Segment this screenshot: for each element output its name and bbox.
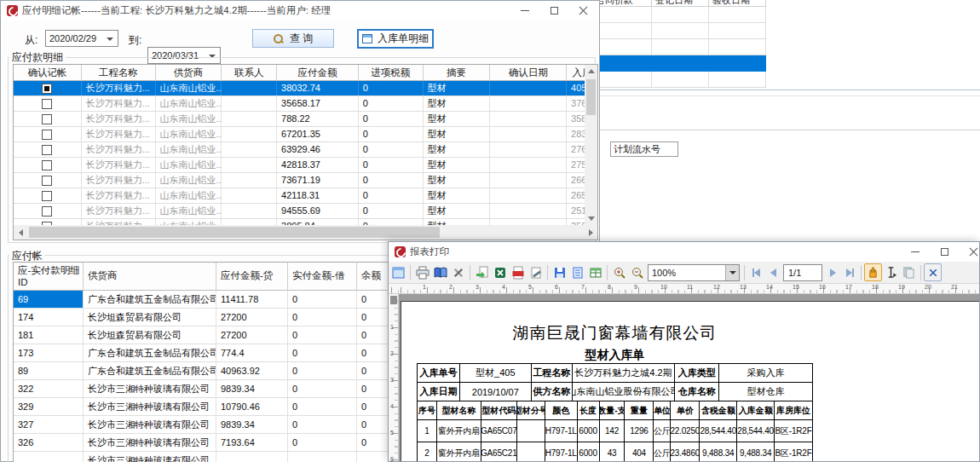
confirm-checkbox[interactable] <box>42 114 52 124</box>
close-button[interactable] <box>568 1 597 20</box>
table-row[interactable]: 长沙万科魅力... 山东南山铝业... 35658.17 0 型材 376 <box>14 96 597 112</box>
zoom-in-icon[interactable] <box>610 263 628 281</box>
query-button[interactable]: 查 询 <box>252 29 334 48</box>
scroll-up-button[interactable] <box>585 65 597 78</box>
confirm-checkbox[interactable] <box>42 99 52 109</box>
ruler-number: 2 <box>390 350 394 356</box>
export-icon[interactable] <box>473 263 491 281</box>
cell: 23.4860 <box>671 442 700 461</box>
tax-cell: 0 <box>359 158 424 172</box>
screen: 合同价款 登记日期 验收日期 计划流水号 应付明细记帐------当前工程: 长… <box>0 0 980 462</box>
tax-cell: 0 <box>359 96 424 111</box>
confirm-checkbox[interactable] <box>42 206 52 217</box>
vertical-scroll-thumb[interactable] <box>586 79 596 115</box>
cell: 1 <box>418 420 437 442</box>
table-row[interactable] <box>592 7 766 23</box>
table-row[interactable]: 长沙万科魅力... 山东南山铝业... 3895.84 0 型材 250 <box>14 219 597 225</box>
column-header[interactable]: 工程名称 <box>82 65 156 80</box>
column-header[interactable]: 应付金额-贷 <box>216 263 288 290</box>
preview-panel-icon[interactable] <box>389 263 407 281</box>
column-header[interactable]: 供货商 <box>84 263 216 290</box>
table-row[interactable] <box>592 23 766 39</box>
table-row[interactable] <box>592 72 766 88</box>
document-icon[interactable] <box>568 263 586 281</box>
pdf-export-icon[interactable] <box>509 263 527 281</box>
zoom-select[interactable]: 100% <box>648 264 740 281</box>
column-header[interactable]: 确认日期 <box>490 65 567 80</box>
close-icon <box>969 247 978 257</box>
cell: B区-1R2F <box>775 420 813 442</box>
copy-icon[interactable] <box>900 263 918 281</box>
app-icon <box>7 5 18 16</box>
next-page-button[interactable] <box>824 264 841 281</box>
column-header[interactable]: 联系人 <box>222 65 277 80</box>
column-header[interactable]: 确认记帐 <box>14 65 82 80</box>
text-select-tool-button[interactable] <box>882 263 900 281</box>
book-icon[interactable] <box>431 263 449 281</box>
payable-amount-cell: 11411.78 <box>216 291 288 308</box>
table-row-selected[interactable] <box>592 55 766 72</box>
scroll-down-button[interactable] <box>585 212 597 225</box>
ruler-number: 4 <box>502 284 505 290</box>
table-row[interactable] <box>592 39 766 55</box>
page-value: 1/1 <box>788 268 801 278</box>
payable-amount-cell: 7193.64 <box>216 434 288 451</box>
confirm-checkbox[interactable] <box>42 191 52 201</box>
first-page-button[interactable] <box>747 264 764 281</box>
table-row[interactable]: 长沙万科魅力... 山东南山铝业... 38032.74 0 型材 405 <box>14 81 597 96</box>
column-header[interactable]: 应-实付款明细ID <box>14 263 84 290</box>
minimize-button[interactable] <box>510 1 539 20</box>
cell: 22.0250 <box>671 420 700 442</box>
excel-export-icon[interactable] <box>491 263 509 281</box>
table-export-icon[interactable] <box>586 263 604 281</box>
confirm-checkbox[interactable] <box>42 176 52 186</box>
close-button[interactable] <box>959 242 980 262</box>
last-page-button[interactable] <box>841 264 858 281</box>
zoom-out-icon[interactable] <box>628 263 646 281</box>
confirm-checkbox[interactable] <box>42 160 52 170</box>
column-header[interactable]: 应付金额 <box>277 65 359 80</box>
paid-amount-cell: 0 <box>288 416 357 433</box>
confirm-checkbox[interactable] <box>42 130 52 140</box>
table-row[interactable]: 长沙万科魅力... 山东南山铝业... 94555.69 0 型材 251 <box>14 204 597 219</box>
confirm-cell <box>14 188 82 203</box>
inbound-detail-button[interactable]: 入库单明细 <box>357 29 434 49</box>
preview-area[interactable]: 湖南巨晟门窗幕墙有限公司 型材入库单 入库单号 型材_405 工程名称 长沙万科… <box>399 294 979 461</box>
plan-serial-field[interactable]: 计划流水号 <box>610 141 678 157</box>
table-row[interactable]: 长沙万科魅力... 山东南山铝业... 788.22 0 型材 358 <box>14 112 597 127</box>
maximize-button[interactable] <box>930 242 959 262</box>
tax-cell: 0 <box>359 173 424 188</box>
scroll-left-button[interactable] <box>14 225 27 240</box>
table-row[interactable]: 长沙万科魅力... 山东南山铝业... 42118.31 0 型材 265 <box>14 188 597 204</box>
id-cell: 89 <box>14 362 84 379</box>
id-cell: 326 <box>14 434 84 451</box>
column-header[interactable]: 供货商 <box>156 65 222 80</box>
payable-amount-cell: 10790.46 <box>216 398 288 415</box>
column-header[interactable]: 实付金额-借 <box>288 263 357 290</box>
confirm-checkbox[interactable] <box>42 84 52 94</box>
page-indicator[interactable]: 1/1 <box>783 264 822 281</box>
close-preview-button[interactable] <box>924 263 942 281</box>
print-icon[interactable] <box>413 263 431 281</box>
hand-tool-button[interactable] <box>864 263 882 281</box>
table-row[interactable]: 长沙万科魅力... 山东南山铝业... 42818.37 0 型材 275 <box>14 158 597 173</box>
table-row[interactable]: 长沙万科魅力... 山东南山铝业... 67201.35 0 型材 283 <box>14 127 597 142</box>
from-date-combo[interactable]: 2020/02/29 <box>45 30 118 47</box>
maximize-button[interactable] <box>539 1 568 20</box>
settings-tools-icon[interactable] <box>449 263 467 281</box>
edit-page-icon[interactable] <box>527 263 545 281</box>
horizontal-scroll-thumb[interactable] <box>29 227 440 238</box>
scroll-right-button[interactable] <box>584 225 597 240</box>
prev-page-button[interactable] <box>764 264 781 281</box>
save-icon[interactable] <box>551 263 568 281</box>
report-window-titlebar: 报表打印 <box>389 242 979 262</box>
supplier-cell: 长沙市三湘特种玻璃有限公司 <box>84 416 216 433</box>
column-header[interactable]: 摘要 <box>424 65 491 80</box>
confirm-checkbox[interactable] <box>42 145 52 155</box>
summary-cell: 型材 <box>424 188 491 203</box>
table-row[interactable]: 长沙万科魅力... 山东南山铝业... 63929.46 0 型材 276 <box>14 142 597 158</box>
table-row[interactable]: 长沙万科魅力... 山东南山铝业... 73671.19 0 型材 266 <box>14 173 597 188</box>
ruler-number: 8 <box>608 284 611 290</box>
minimize-button[interactable] <box>901 242 930 262</box>
column-header[interactable]: 进项税额 <box>359 65 424 80</box>
